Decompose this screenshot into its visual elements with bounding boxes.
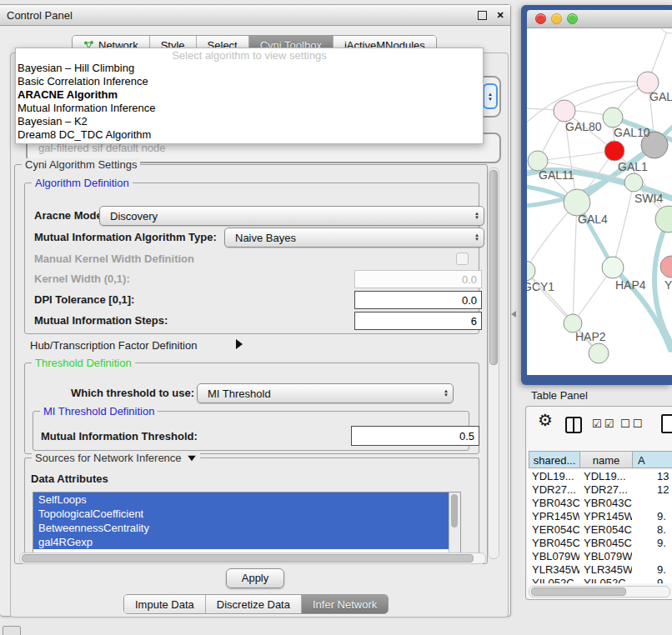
float-panel-icon[interactable] <box>478 11 487 20</box>
table-row[interactable]: YER054CYER054C8. <box>528 523 672 537</box>
table-horizontal-scrollbar-thumb[interactable] <box>531 588 626 596</box>
node-label: GAL4 <box>578 212 608 226</box>
popup-item-basic-correlation[interactable]: Basic Correlation Inference <box>16 75 483 88</box>
table-row[interactable]: YLR345WYLR345W9. <box>528 563 672 577</box>
table-row[interactable]: YDL19...YDL19...13 <box>528 470 672 483</box>
settings-vertical-scrollbar[interactable] <box>488 168 499 559</box>
data-attributes-label: Data Attributes <box>31 472 108 485</box>
tab-infer-network[interactable]: Infer Network <box>301 595 388 613</box>
deselect-all-checkboxes-icon[interactable]: ☐☐ <box>620 418 644 430</box>
node-gal10[interactable] <box>603 108 623 128</box>
file-icon[interactable] <box>661 414 672 433</box>
node-salmon[interactable] <box>660 256 672 278</box>
node-label: Y <box>664 278 672 292</box>
node-label: SWI4 <box>634 192 663 205</box>
network-window-titlebar <box>527 10 672 28</box>
table-body: YDL19...YDL19...13 YDR27...YDR27...12 YB… <box>528 470 672 583</box>
table-row[interactable]: YIL052CYIL052C9 <box>528 577 672 583</box>
spin-down-icon: ▼ <box>488 97 493 102</box>
network-canvas[interactable]: GAL GAL80 GAL10 GAL1 GAL11 SWI4 GAL4 GCY… <box>527 28 672 375</box>
table-row[interactable]: YBR045CYBR045C9. <box>528 537 672 550</box>
table-row[interactable]: YBL079WYBL079W <box>528 550 672 563</box>
columns-icon[interactable] <box>565 417 582 433</box>
popup-item-bayesian-k2[interactable]: Bayesian – K2 <box>16 115 483 128</box>
node-label: GAL <box>649 90 672 103</box>
node-gal80[interactable] <box>554 100 575 122</box>
node-partial-top[interactable] <box>659 28 672 33</box>
column-header-third[interactable]: A <box>632 451 672 468</box>
settings-horizontal-scrollbar[interactable] <box>19 552 486 564</box>
node-label: GAL80 <box>565 120 602 133</box>
column-header-shared-name[interactable]: shared... <box>529 451 580 468</box>
mi-steps-field[interactable]: 6 <box>354 312 482 330</box>
mi-threshold-field[interactable]: 0.5 <box>351 426 479 446</box>
table-horizontal-scrollbar[interactable] <box>529 586 670 598</box>
node-label: GCY1 <box>527 280 554 293</box>
combo-arrows-icon: ▲▼ <box>474 233 480 242</box>
list-scrollbar-thumb[interactable] <box>451 494 458 528</box>
expand-down-icon[interactable] <box>188 455 196 460</box>
dpi-tolerance-field[interactable]: 0.0 <box>354 291 482 309</box>
gear-icon[interactable]: ⚙ <box>538 410 553 430</box>
combo-spinner-focused[interactable]: ▲ ▼ <box>483 83 498 109</box>
tab-discretize-data-label: Discretize Data <box>217 598 290 611</box>
list-item[interactable]: gal4RGexp <box>33 535 449 549</box>
collapsed-panel-icon[interactable] <box>3 626 21 635</box>
combo-arrows-icon: ▲▼ <box>444 389 449 398</box>
mi-steps-label: Mutual Information Steps: <box>34 314 168 327</box>
manual-kernel-width-checkbox <box>456 252 469 265</box>
node-bottom[interactable] <box>589 343 609 363</box>
tab-impute-data[interactable]: Impute Data <box>124 595 205 613</box>
screen: Control Panel ✕ Network Style Select <box>0 0 672 635</box>
zoom-traffic-light[interactable] <box>567 13 578 24</box>
minimize-traffic-light[interactable] <box>551 13 562 24</box>
select-all-checkboxes-icon[interactable]: ☑☑ <box>592 418 616 430</box>
algorithm-popup: Select algorithm to view settings Bayesi… <box>15 48 484 144</box>
settings-vertical-scrollbar-thumb[interactable] <box>489 170 498 365</box>
list-item[interactable]: TopologicalCoefficient <box>33 507 449 521</box>
close-icon[interactable]: ✕ <box>494 10 507 21</box>
algorithm-popup-hint: Select algorithm to view settings <box>16 49 483 62</box>
table-row[interactable]: YBR043CYBR043C <box>528 497 672 510</box>
settings-horizontal-scrollbar-thumb[interactable] <box>22 554 474 562</box>
mi-algorithm-type-label: Mutual Information Algorithm Type: <box>34 231 217 243</box>
mi-threshold-label: Mutual Information Threshold: <box>41 430 198 442</box>
popup-item-dream8[interactable]: Dream8 DC_TDC Algorithm <box>16 128 483 142</box>
table-row[interactable]: YDR27...YDR27...12 <box>528 483 672 497</box>
mi-algorithm-type-combo[interactable]: Naive Bayes ▲▼ <box>224 228 484 248</box>
which-threshold-combo[interactable]: MI Threshold ▲▼ <box>197 383 454 403</box>
column-header-name[interactable]: name <box>579 451 633 468</box>
list-scrollbar[interactable] <box>449 492 460 552</box>
splitter-collapse-icon[interactable] <box>511 311 516 318</box>
node-hap4[interactable] <box>602 257 624 278</box>
list-item[interactable]: BetweennessCentrality <box>33 521 449 535</box>
cyni-algorithm-settings-title: Cyni Algorithm Settings <box>22 158 140 171</box>
node-label: GAL10 <box>614 126 650 139</box>
kernel-width-field: 0.0 <box>354 270 482 288</box>
sources-group-title: Sources for Network Inference <box>35 452 182 464</box>
popup-item-bayesian-hill-climbing[interactable]: Bayesian – Hill Climbing <box>16 62 483 75</box>
table-panel: ⚙ ☑☑ ☐☐ shared... name A YDL19...YDL19..… <box>525 406 672 600</box>
data-attributes-list[interactable]: SelfLoops TopologicalCoefficient Between… <box>33 492 461 553</box>
tab-infer-network-label: Infer Network <box>313 598 377 611</box>
close-traffic-light[interactable] <box>535 13 546 24</box>
aracne-mode-combo[interactable]: Discovery ▲▼ <box>99 206 484 226</box>
node-right-large[interactable] <box>655 206 672 232</box>
combo-arrows-icon: ▲▼ <box>474 212 480 220</box>
threshold-definition-title: Threshold Definition <box>32 357 135 369</box>
apply-button[interactable]: Apply <box>226 568 284 588</box>
node-label: HAP4 <box>615 278 646 292</box>
node-gal1-selected[interactable] <box>604 141 624 161</box>
expand-right-icon[interactable] <box>236 339 243 349</box>
edge-thin <box>613 182 634 268</box>
node-label: GAL11 <box>539 168 574 182</box>
list-item[interactable]: SelfLoops <box>33 492 449 507</box>
node-swi4[interactable] <box>624 173 643 192</box>
popup-item-mutual-information[interactable]: Mutual Information Inference <box>16 102 483 115</box>
tab-discretize-data[interactable]: Discretize Data <box>205 595 301 613</box>
table-row[interactable]: YPR145WYPR145W9. <box>528 510 672 523</box>
node-gcy1[interactable] <box>527 261 535 281</box>
tab-impute-data-label: Impute Data <box>135 598 194 611</box>
popup-item-aracne[interactable]: ARACNE Algorithm <box>16 88 483 102</box>
node-label: HAP2 <box>575 330 606 343</box>
